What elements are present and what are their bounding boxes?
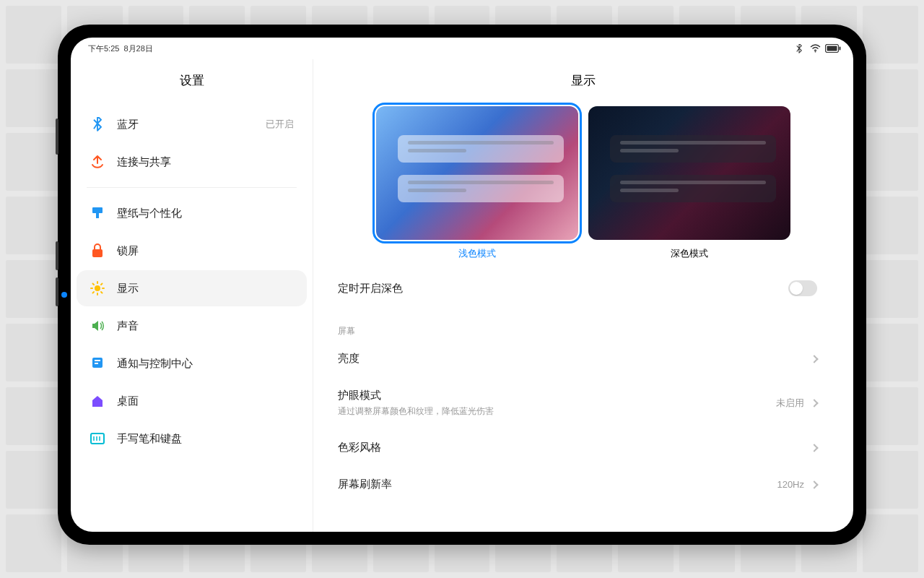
screen-section-header: 屏幕	[338, 308, 817, 340]
wifi-icon	[810, 44, 821, 53]
sidebar-item-wallpaper[interactable]: 壁纸与个性化	[77, 195, 307, 231]
sidebar-item-status: 已开启	[266, 118, 294, 131]
svg-line-14	[93, 292, 95, 293]
status-time: 下午5:25	[88, 43, 119, 54]
chevron-right-icon	[810, 399, 818, 407]
main-panel: 显示 浅色模式 深色模式	[313, 59, 853, 532]
notification-icon	[90, 355, 105, 371]
sidebar-item-stylus[interactable]: 手写笔和键盘	[77, 420, 307, 457]
theme-preview-dark	[588, 106, 790, 240]
schedule-dark-label: 定时开启深色	[338, 282, 781, 296]
brush-icon	[90, 205, 105, 221]
svg-rect-4	[92, 207, 103, 213]
sidebar-item-label: 壁纸与个性化	[117, 207, 294, 220]
svg-line-13	[101, 292, 103, 293]
status-date: 8月28日	[123, 43, 152, 54]
brightness-row[interactable]: 亮度	[338, 340, 817, 377]
lock-icon	[90, 243, 105, 259]
sidebar-item-lockscreen[interactable]: 锁屏	[77, 233, 307, 269]
svg-point-7	[95, 285, 100, 291]
theme-light-label: 浅色模式	[458, 247, 496, 260]
sidebar-item-label: 锁屏	[117, 244, 294, 258]
sidebar-item-display[interactable]: 显示	[77, 270, 307, 306]
sidebar-item-label: 蓝牙	[117, 118, 254, 131]
schedule-dark-toggle[interactable]	[788, 280, 817, 296]
page-title: 显示	[313, 59, 853, 106]
keyboard-icon	[90, 431, 105, 447]
sidebar-item-notifications[interactable]: 通知与控制中心	[77, 345, 307, 381]
sidebar-item-label: 桌面	[117, 394, 294, 408]
sidebar-item-label: 显示	[117, 282, 294, 296]
bluetooth-icon	[90, 116, 105, 132]
sidebar-item-sound[interactable]: 声音	[77, 308, 307, 344]
sidebar-item-label: 声音	[117, 319, 294, 333]
statusbar: 下午5:25 8月28日	[71, 38, 853, 59]
tablet-frame: 下午5:25 8月28日 设置	[58, 25, 866, 545]
screen: 下午5:25 8月28日 设置	[71, 38, 853, 532]
theme-preview-light	[376, 106, 578, 240]
svg-rect-5	[96, 213, 99, 218]
sidebar-title: 设置	[71, 59, 313, 105]
color-style-row[interactable]: 色彩风格	[338, 429, 817, 466]
sidebar-item-label: 手写笔和键盘	[117, 432, 294, 446]
eye-protection-status: 未启用	[776, 397, 804, 410]
sun-icon	[90, 280, 105, 296]
sidebar-item-label: 通知与控制中心	[117, 357, 294, 371]
sidebar-item-label: 连接与共享	[117, 155, 294, 169]
speaker-icon	[90, 318, 105, 334]
svg-rect-19	[91, 434, 104, 444]
chevron-right-icon	[810, 355, 818, 363]
eye-protection-label: 护眼模式	[338, 389, 769, 402]
sidebar: 设置 蓝牙 已开启 连接与共享	[71, 59, 313, 532]
svg-rect-3	[840, 47, 841, 51]
svg-rect-17	[95, 360, 100, 361]
sidebar-item-bluetooth[interactable]: 蓝牙 已开启	[77, 106, 307, 142]
theme-dark-card[interactable]: 深色模式	[588, 106, 790, 260]
sidebar-item-desktop[interactable]: 桌面	[77, 383, 307, 419]
svg-rect-6	[92, 249, 103, 257]
schedule-dark-row: 定时开启深色	[338, 269, 817, 308]
chevron-right-icon	[810, 444, 818, 452]
battery-icon	[825, 44, 836, 53]
svg-point-0	[815, 51, 816, 53]
theme-light-card[interactable]: 浅色模式	[376, 106, 578, 260]
refresh-rate-label: 屏幕刷新率	[338, 478, 770, 491]
sidebar-item-connection[interactable]: 连接与共享	[77, 144, 307, 180]
refresh-rate-value: 120Hz	[777, 479, 804, 490]
home-icon	[90, 393, 105, 409]
chevron-right-icon	[810, 480, 818, 488]
svg-rect-2	[827, 46, 837, 51]
eye-protection-sub: 通过调整屏幕颜色和纹理，降低蓝光伤害	[338, 405, 769, 418]
svg-rect-18	[95, 363, 98, 364]
color-style-label: 色彩风格	[338, 441, 804, 454]
svg-line-12	[93, 284, 95, 285]
share-icon	[90, 154, 105, 170]
eye-protection-row[interactable]: 护眼模式 通过调整屏幕颜色和纹理，降低蓝光伤害 未启用	[338, 377, 817, 429]
bluetooth-icon	[795, 44, 806, 53]
svg-line-15	[101, 284, 103, 285]
refresh-rate-row[interactable]: 屏幕刷新率 120Hz	[338, 466, 817, 503]
brightness-label: 亮度	[338, 352, 804, 366]
theme-dark-label: 深色模式	[671, 247, 708, 260]
